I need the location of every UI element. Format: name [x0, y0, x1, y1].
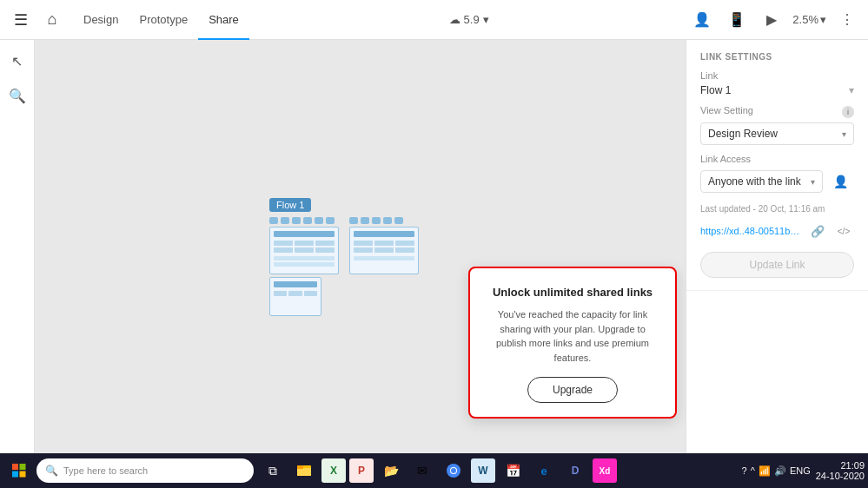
wf-cell-r6: [395, 247, 414, 253]
copy-link-icon[interactable]: 🔗: [807, 221, 828, 241]
update-link-button[interactable]: Update Link: [700, 252, 854, 278]
explorer-btn[interactable]: [290, 457, 318, 485]
home-icon[interactable]: ⌂: [38, 6, 66, 34]
help-icon[interactable]: ?: [742, 465, 747, 476]
link-access-value: Anyone with the link: [708, 175, 801, 188]
upgrade-button[interactable]: Upgrade: [527, 377, 618, 403]
nav-design[interactable]: Design: [73, 0, 129, 40]
chrome-icon: [446, 463, 461, 478]
wf-inner-bar-2: [274, 281, 317, 287]
profile-icon-btn[interactable]: 👤: [688, 6, 716, 34]
main-content: ↖ 🔍 Flow 1: [0, 40, 868, 453]
lang-indicator: ENG: [790, 465, 811, 476]
link-access-chevron-icon: ▾: [811, 177, 815, 187]
speaker-icon[interactable]: 🔊: [774, 465, 786, 477]
view-setting-dropdown[interactable]: Design Review ▾: [700, 122, 854, 145]
chrome-btn[interactable]: [440, 457, 467, 485]
top-bar-left: ☰ ⌂ Design Prototype Share: [7, 0, 249, 40]
svg-point-9: [451, 468, 456, 473]
wf-block-r5: [394, 217, 403, 224]
powerpoint-btn[interactable]: P: [349, 458, 374, 483]
zoom-control[interactable]: 2.5% ▾: [792, 13, 826, 26]
link-url-row: https://xd..48-00511ba9318e-5720 🔗 </>: [700, 221, 854, 241]
canvas-area[interactable]: Flow 1: [35, 40, 686, 453]
explorer-icon: [296, 463, 312, 478]
svg-rect-0: [12, 464, 18, 470]
frame-set-left: [269, 217, 339, 316]
word-btn[interactable]: W: [471, 458, 495, 483]
edge-btn[interactable]: e: [530, 457, 558, 485]
nav-share[interactable]: Share: [198, 0, 249, 40]
wf-block-5: [315, 217, 323, 224]
link-access-dropdown[interactable]: Anyone with the link ▾: [700, 170, 823, 193]
zoom-value: 2.5%: [792, 13, 818, 26]
wf-block-r1: [349, 217, 358, 224]
link-settings-section: LINK SETTINGS Link Flow 1 ▾ View Setting…: [686, 40, 868, 291]
play-btn[interactable]: ▶: [758, 6, 785, 34]
wf-cell-r2: [374, 241, 394, 246]
nav-prototype[interactable]: Prototype: [129, 0, 198, 40]
hamburger-icon[interactable]: ☰: [7, 6, 35, 34]
right-panel: LINK SETTINGS Link Flow 1 ▾ View Setting…: [686, 40, 868, 453]
move-tool-icon[interactable]: ↖: [3, 47, 31, 75]
upgrade-modal: Unlock unlimited shared links You've rea…: [468, 267, 677, 419]
link-label: Link: [700, 70, 854, 81]
mail-btn[interactable]: ✉: [408, 457, 436, 485]
link-access-profile-icon[interactable]: 👤: [826, 168, 854, 195]
excel-btn[interactable]: X: [321, 458, 346, 483]
windows-start-button[interactable]: [3, 455, 35, 486]
top-bar-right: 👤 📱 ▶ 2.5% ▾ ⋮: [688, 6, 861, 34]
link-access-label: Link Access: [700, 154, 854, 164]
link-chevron-icon[interactable]: ▾: [849, 84, 854, 96]
svg-rect-5: [297, 468, 311, 476]
flow-label: Flow 1: [269, 198, 311, 212]
embed-code-icon[interactable]: </>: [833, 221, 854, 241]
link-url-text[interactable]: https://xd..48-00511ba9318e-5720: [700, 226, 802, 236]
top-bar-center: ☁ 5.9 ▾: [249, 13, 689, 26]
wf-inner-row-r1: [354, 256, 414, 260]
cloud-version: 5.9: [464, 13, 480, 26]
svg-rect-6: [297, 465, 303, 469]
windows-logo-icon: [12, 464, 26, 478]
taskbar: 🔍 Type here to search ⧉ X P 📂 ✉ W 📅 e D …: [0, 453, 868, 488]
wf-cell-2: [295, 241, 314, 246]
view-setting-label: View Setting: [700, 105, 753, 115]
wf-cell-7: [274, 291, 287, 296]
wifi-icon[interactable]: 📶: [759, 465, 771, 477]
taskbar-clock[interactable]: 21:09 24-10-2020: [816, 460, 865, 481]
upgrade-modal-title: Unlock unlimited shared links: [486, 286, 659, 299]
xd-btn[interactable]: Xd: [593, 458, 617, 483]
wf-cell-r1: [354, 241, 373, 246]
taskbar-search-placeholder: Type here to search: [63, 465, 148, 476]
wf-inner-row-1: [274, 256, 335, 260]
upgrade-modal-description: You've reached the capacity for link sha…: [486, 307, 659, 365]
wf-block-r2: [361, 217, 369, 224]
view-setting-value: Design Review: [708, 128, 778, 140]
taskbar-search-box[interactable]: 🔍 Type here to search: [36, 458, 254, 483]
wireframe-main-right: [349, 227, 419, 274]
files-btn[interactable]: 📂: [377, 457, 405, 485]
wf-inner-grid-1: [270, 239, 338, 254]
device-preview-btn[interactable]: 📱: [723, 6, 751, 34]
wf-cell-6: [315, 247, 335, 253]
wf-inner-grid-2: [270, 289, 321, 298]
wf-inner-grid-r1: [350, 239, 418, 254]
wf-cell-8: [288, 291, 301, 296]
more-options-btn[interactable]: ⋮: [833, 6, 861, 34]
wf-block-3: [292, 217, 301, 224]
view-setting-info-icon[interactable]: i: [842, 106, 854, 118]
cloud-icon: ☁: [449, 13, 461, 26]
task-view-btn[interactable]: ⧉: [259, 457, 287, 485]
cloud-info[interactable]: ☁ 5.9 ▾: [449, 13, 489, 26]
wf-block-4: [303, 217, 312, 224]
chevron-up-icon[interactable]: ^: [751, 465, 755, 476]
link-value-text: Flow 1: [700, 84, 731, 96]
calendar-btn[interactable]: 📅: [499, 457, 527, 485]
view-setting-chevron-icon: ▾: [842, 129, 846, 139]
wf-block-r3: [372, 217, 381, 224]
frames-row: [269, 217, 419, 316]
flow-wireframes: Flow 1: [269, 196, 419, 316]
search-tool-icon[interactable]: 🔍: [3, 82, 31, 109]
discord-btn[interactable]: D: [561, 457, 589, 485]
cloud-dropdown-icon: ▾: [483, 13, 489, 26]
